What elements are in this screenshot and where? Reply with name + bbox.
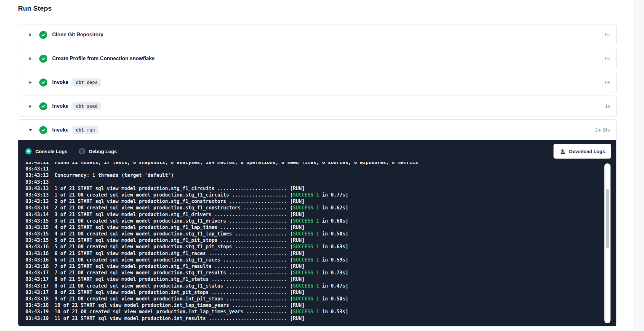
step-success-check-icon bbox=[39, 126, 47, 134]
log-line: 03:43:13 2 of 21 START sql view model pr… bbox=[25, 198, 616, 205]
log-status-duration: in 0.73s] bbox=[319, 270, 348, 276]
log-status-success: SUCCESS 1 bbox=[293, 205, 319, 211]
step-label: Create Profile from Connection snowflake bbox=[52, 56, 155, 61]
log-message: 7 of 21 OK created sql view model produc… bbox=[49, 270, 293, 276]
log-timestamp: 03:43:17 bbox=[25, 276, 49, 282]
step-card-1: Clone Git Repository 0s bbox=[18, 24, 617, 45]
step-duration: 0s bbox=[605, 32, 610, 37]
log-line: 03:43:15 3 of 21 OK created sql view mod… bbox=[25, 218, 616, 224]
radio-label: Debug Logs bbox=[89, 149, 117, 154]
log-line: 03:43:17 9 of 21 START sql view model pr… bbox=[25, 289, 616, 296]
caret-right-icon[interactable] bbox=[28, 104, 33, 108]
log-message bbox=[49, 166, 54, 172]
step-command-badge: dbt deps bbox=[72, 78, 101, 87]
step-header-row[interactable]: Invoke dbt run 2m 26s bbox=[18, 120, 616, 140]
log-timestamp: 03:43:19 bbox=[25, 316, 49, 321]
log-message: 9 of 21 START sql view model production.… bbox=[49, 290, 305, 295]
main-content: Run Steps Clone Git Repository 0s Create… bbox=[0, 0, 644, 326]
log-line: 03:43:16 6 of 21 START sql view model pr… bbox=[25, 250, 616, 257]
log-line: 03:43:16 6 of 21 OK created sql view mod… bbox=[25, 257, 616, 263]
log-status-success: SUCCESS 1 bbox=[293, 270, 319, 276]
download-logs-button[interactable]: Download Logs bbox=[554, 144, 611, 159]
step-card-3: Invoke dbt deps 0s bbox=[18, 72, 617, 93]
log-line: 03:43:19 10 of 21 OK created sql view mo… bbox=[25, 308, 616, 315]
step-header-row[interactable]: Clone Git Repository 0s bbox=[18, 24, 616, 45]
log-status-duration: in 0.63s] bbox=[319, 244, 348, 250]
log-timestamp: 03:43:11 bbox=[25, 162, 49, 165]
log-message: 10 of 21 OK created sql view model produ… bbox=[49, 309, 293, 315]
log-message: 3 of 21 OK created sql view model produc… bbox=[49, 218, 293, 224]
log-status-duration: in 0.59s] bbox=[319, 257, 348, 263]
log-status-success: SUCCESS 1 bbox=[293, 296, 319, 302]
log-timestamp: 03:43:15 bbox=[25, 237, 49, 243]
console-log-lines: 03:43:11 Found 21 models, 17 tests, 0 sn… bbox=[25, 162, 616, 322]
radio-icon bbox=[79, 148, 85, 154]
log-line: 03:43:11 bbox=[25, 166, 616, 172]
log-message: 10 of 21 START sql view model production… bbox=[49, 302, 305, 308]
step-header-row[interactable]: Invoke dbt deps 0s bbox=[18, 72, 616, 93]
step-label: Invoke bbox=[52, 127, 69, 133]
log-message: Found 21 models, 17 tests, 0 snapshots, … bbox=[49, 162, 418, 165]
log-timestamp: 03:43:16 bbox=[25, 263, 49, 269]
caret-down-icon[interactable] bbox=[28, 128, 33, 132]
page-title: Run Steps bbox=[18, 4, 617, 13]
log-line: 03:43:15 4 of 21 OK created sql view mod… bbox=[25, 231, 616, 237]
caret-right-icon[interactable] bbox=[28, 80, 33, 85]
log-line: 03:43:18 9 of 21 OK created sql view mod… bbox=[25, 296, 616, 302]
console-logs-radio[interactable]: Console Logs bbox=[25, 148, 67, 154]
radio-icon bbox=[25, 148, 32, 154]
log-line: 03:43:19 11 of 21 START sql view model p… bbox=[25, 315, 616, 322]
log-line: 03:43:13 1 of 21 START sql view model pr… bbox=[25, 185, 616, 192]
debug-logs-radio[interactable]: Debug Logs bbox=[79, 148, 117, 154]
log-timestamp: 03:43:16 bbox=[25, 251, 49, 256]
log-status-duration: in 0.62s] bbox=[319, 205, 348, 211]
caret-right-icon[interactable] bbox=[28, 57, 33, 61]
step-command-badge: dbt run bbox=[72, 126, 99, 134]
scrollbar-track[interactable] bbox=[604, 163, 611, 323]
log-timestamp: 03:43:15 bbox=[25, 225, 49, 230]
log-status-duration: in 0.60s] bbox=[319, 218, 348, 224]
run-steps-list: Clone Git Repository 0s Create Profile f… bbox=[18, 24, 617, 326]
log-timestamp: 03:43:13 bbox=[25, 198, 49, 204]
step-success-check-icon bbox=[39, 102, 47, 110]
caret-right-icon[interactable] bbox=[28, 33, 33, 37]
log-message: 6 of 21 OK created sql view model produc… bbox=[49, 257, 293, 263]
log-line: 03:43:13 1 of 21 OK created sql view mod… bbox=[25, 192, 616, 198]
log-timestamp: 03:43:15 bbox=[25, 231, 49, 237]
step-header-row[interactable]: Invoke dbt seed 1s bbox=[18, 96, 616, 116]
log-message: 3 of 21 START sql view model production.… bbox=[49, 212, 305, 217]
log-message: 8 of 21 START sql view model production.… bbox=[49, 276, 305, 282]
log-timestamp: 03:43:14 bbox=[25, 205, 49, 211]
log-line: 03:43:17 7 of 21 OK created sql view mod… bbox=[25, 270, 616, 276]
log-timestamp: 03:43:17 bbox=[25, 290, 49, 295]
log-line: 03:43:16 7 of 21 START sql view model pr… bbox=[25, 263, 616, 270]
log-timestamp: 03:43:15 bbox=[25, 218, 49, 224]
log-timestamp: 03:43:17 bbox=[25, 283, 49, 289]
log-line: 03:43:17 8 of 21 OK created sql view mod… bbox=[25, 283, 616, 289]
log-message: 5 of 21 START sql view model production.… bbox=[49, 237, 305, 243]
log-line: 03:43:15 4 of 21 START sql view model pr… bbox=[25, 224, 616, 231]
console-log-viewport[interactable]: 03:43:11 Found 21 models, 17 tests, 0 sn… bbox=[18, 162, 616, 326]
log-message: 11 of 21 START sql view model production… bbox=[49, 316, 305, 321]
log-line: 03:43:18 10 of 21 START sql view model p… bbox=[25, 302, 616, 308]
log-timestamp: 03:43:13 bbox=[25, 179, 49, 185]
log-timestamp: 03:43:16 bbox=[25, 244, 49, 250]
step-label: Invoke bbox=[52, 103, 69, 109]
log-message: 4 of 21 START sql view model production.… bbox=[49, 225, 305, 230]
log-message: 6 of 21 START sql view model production.… bbox=[49, 251, 305, 256]
step-label: Clone Git Repository bbox=[52, 32, 103, 38]
scrollbar-thumb[interactable] bbox=[606, 189, 609, 248]
step-command-badge: dbt seed bbox=[72, 102, 101, 110]
step-success-check-icon bbox=[39, 78, 47, 87]
log-timestamp: 03:43:17 bbox=[25, 270, 49, 276]
log-line: 03:43:17 8 of 21 START sql view model pr… bbox=[25, 276, 616, 282]
log-status-duration: in 0.50s] bbox=[319, 296, 348, 302]
log-timestamp: 03:43:14 bbox=[25, 212, 49, 217]
step-duration: 0s bbox=[605, 80, 610, 85]
log-timestamp: 03:43:18 bbox=[25, 296, 49, 302]
step-label: Invoke bbox=[52, 79, 69, 85]
log-status-success: SUCCESS 1 bbox=[293, 283, 319, 289]
step-header-row[interactable]: Create Profile from Connection snowflake… bbox=[18, 48, 616, 69]
step-duration: 1s bbox=[605, 104, 610, 109]
log-status-duration: in 0.50s] bbox=[319, 231, 348, 237]
